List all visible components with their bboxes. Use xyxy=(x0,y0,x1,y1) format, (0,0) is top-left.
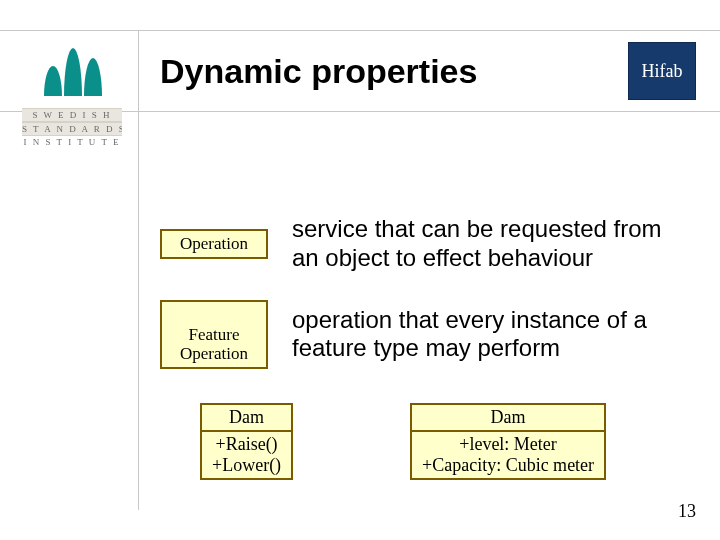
ssi-text-line-2: S T A N D A R D S xyxy=(22,122,122,136)
swedish-standards-institute-logo: S W E D I S H S T A N D A R D S I N S T … xyxy=(22,38,122,148)
page-title: Dynamic properties xyxy=(160,52,477,91)
definition-row-operation: Operation service that can be requested … xyxy=(160,215,690,273)
term-box-operation: Operation xyxy=(160,229,268,259)
class-member: +Lower() xyxy=(212,455,281,476)
vertical-divider xyxy=(138,30,139,510)
definition-row-feature-operation: Feature Operation operation that every i… xyxy=(160,300,690,369)
class-body: +Raise() +Lower() xyxy=(200,432,293,480)
class-body: +level: Meter +Capacity: Cubic meter xyxy=(410,432,606,480)
class-member: +Raise() xyxy=(212,434,281,455)
definition-text-operation: service that can be requested from an ob… xyxy=(292,215,690,273)
ssi-text-line-1: S W E D I S H xyxy=(22,108,122,122)
class-member: +Capacity: Cubic meter xyxy=(422,455,594,476)
ssi-mark-icon xyxy=(36,38,108,102)
class-name: Dam xyxy=(200,403,293,432)
class-member: +level: Meter xyxy=(422,434,594,455)
term-label: Feature Operation xyxy=(180,325,248,364)
class-box-dam-operations: Dam +Raise() +Lower() xyxy=(200,403,293,480)
definition-text-feature-operation: operation that every instance of a featu… xyxy=(292,306,690,364)
term-label: Operation xyxy=(180,234,248,253)
page-number: 13 xyxy=(678,501,696,522)
term-box-feature-operation: Feature Operation xyxy=(160,300,268,369)
slide: S W E D I S H S T A N D A R D S I N S T … xyxy=(0,0,720,540)
hifab-logo: Hifab xyxy=(628,42,696,100)
class-box-dam-attributes: Dam +level: Meter +Capacity: Cubic meter xyxy=(410,403,606,480)
class-name: Dam xyxy=(410,403,606,432)
hifab-logo-text: Hifab xyxy=(642,61,683,81)
ssi-text-line-3: I N S T I T U T E xyxy=(22,136,122,148)
